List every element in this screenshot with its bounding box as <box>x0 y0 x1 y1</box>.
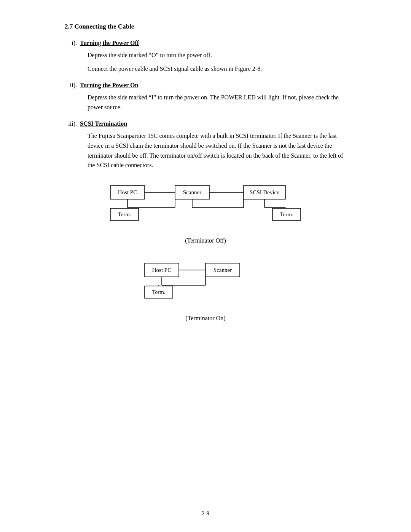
diagram-off-caption: (Terminator Off) <box>185 237 226 244</box>
subsection-power-off: i). Turning the Power Off Depress the si… <box>65 40 346 73</box>
subsection-body-scsi: The Fujitsu Scanpartner 15C comes comple… <box>65 131 346 170</box>
subsection-title-power-on: Turning the Power On <box>80 82 138 89</box>
subsection-body-power-off: Depress the side marked “O” to turn the … <box>65 50 346 73</box>
subsection-label-power-on: ii). Turning the Power On <box>65 82 346 89</box>
power-off-para-2: Connect the power cable and SCSI signal … <box>88 64 346 74</box>
roman-numeral-iii: iii). <box>65 120 77 127</box>
diagram-on-svg: Host PC Scanner Term. <box>133 259 278 309</box>
diagram-off-svg: Host PC Scanner SCSI Device <box>99 182 312 231</box>
diagram-terminator-off: Host PC Scanner SCSI Device <box>99 182 312 244</box>
power-on-para-1: Depress the side marked “I” to turn the … <box>88 93 346 112</box>
svg-text:Term.: Term. <box>280 211 293 217</box>
svg-text:Scanner: Scanner <box>183 189 201 195</box>
subsection-title-scsi: SCSI Termination <box>80 120 127 127</box>
subsection-body-power-on: Depress the side marked “I” to turn the … <box>65 93 346 112</box>
page-number: 2-9 <box>202 510 209 517</box>
svg-text:Term.: Term. <box>118 211 131 217</box>
subsection-scsi: iii). SCSI Termination The Fujitsu Scanp… <box>65 120 346 170</box>
scsi-para-1: The Fujitsu Scanpartner 15C comes comple… <box>88 131 346 170</box>
diagram-on-caption: (Terminator On) <box>185 315 225 322</box>
svg-text:SCSI Device: SCSI Device <box>250 189 279 195</box>
svg-text:Term.: Term. <box>152 289 165 295</box>
diagram-terminator-on: Host PC Scanner Term. (Termina <box>133 259 278 322</box>
subsection-label-scsi: iii). SCSI Termination <box>65 120 346 127</box>
svg-text:Host PC: Host PC <box>118 189 137 195</box>
roman-numeral-ii: ii). <box>65 82 77 89</box>
section-heading: 2.7 Connecting the Cable <box>65 23 346 30</box>
svg-text:Host PC: Host PC <box>152 267 171 273</box>
subsection-title-power-off: Turning the Power Off <box>80 40 139 46</box>
power-off-para-1: Depress the side marked “O” to turn the … <box>88 50 346 60</box>
subsection-power-on: ii). Turning the Power On Depress the si… <box>65 82 346 112</box>
subsection-label-power-off: i). Turning the Power Off <box>65 40 346 46</box>
page: 2.7 Connecting the Cable i). Turning the… <box>57 0 354 532</box>
svg-text:Scanner: Scanner <box>213 267 232 273</box>
diagram-area: Host PC Scanner SCSI Device <box>65 182 346 322</box>
roman-numeral-i: i). <box>65 40 77 46</box>
